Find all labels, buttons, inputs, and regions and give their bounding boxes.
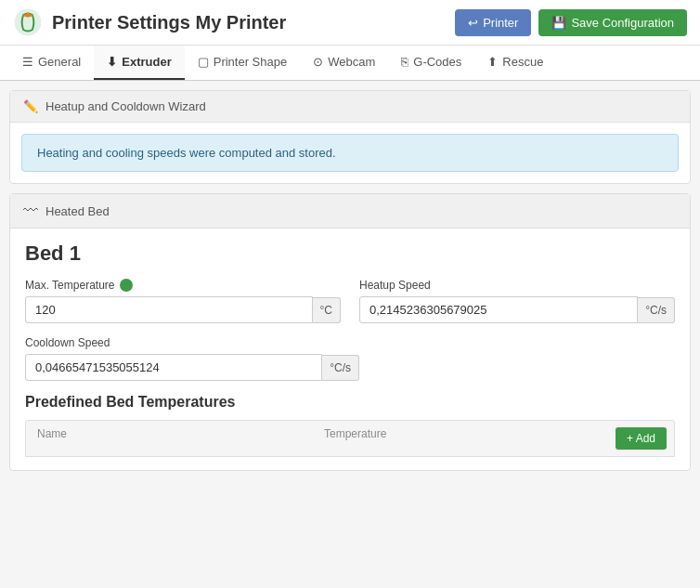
max-temp-label: Max. Temperature [25, 279, 341, 292]
max-temp-input[interactable] [25, 296, 313, 323]
predefined-title: Predefined Bed Temperatures [25, 394, 675, 411]
wizard-section: ✏️ Heatup and Cooldown Wizard Heating an… [9, 90, 691, 184]
wizard-icon: ✏️ [23, 99, 38, 113]
gcodes-icon: ⎘ [401, 55, 408, 69]
col-name: Name [26, 421, 313, 456]
extruder-icon: ⬇ [107, 55, 117, 69]
app-logo [13, 7, 43, 37]
wizard-info-box: Heating and cooling speeds were computed… [21, 134, 679, 172]
printer-button[interactable]: ↩ Printer [455, 9, 531, 36]
heated-bed-content: Bed 1 Max. Temperature °C Heatup Speed °… [10, 229, 690, 470]
save-icon: 💾 [551, 16, 566, 30]
heated-bed-title: Heated Bed [45, 204, 110, 218]
save-configuration-button[interactable]: 💾 Save Configuration [538, 9, 687, 36]
cooldown-speed-input-wrap: °C/s [25, 354, 359, 381]
wizard-section-header: ✏️ Heatup and Cooldown Wizard [10, 91, 690, 123]
wizard-info-message: Heating and cooling speeds were computed… [37, 146, 336, 160]
rescue-icon: ⬆ [487, 55, 498, 69]
header-buttons: ↩ Printer 💾 Save Configuration [455, 9, 687, 36]
header: Printer Settings My Printer ↩ Printer 💾 … [0, 0, 700, 46]
heatup-speed-label: Heatup Speed [359, 279, 675, 292]
printer-shape-icon: ▢ [198, 55, 209, 69]
cooldown-speed-label: Cooldown Speed [25, 336, 359, 349]
max-temp-group: Max. Temperature °C [25, 279, 341, 323]
temp-heatup-row: Max. Temperature °C Heatup Speed °C/s [25, 279, 675, 323]
max-temp-unit: °C [313, 297, 341, 323]
tab-rescue[interactable]: ⬆ Rescue [474, 46, 556, 80]
cooldown-row: Cooldown Speed °C/s [25, 336, 675, 381]
heated-bed-header: 〰 Heated Bed [10, 194, 690, 229]
predefined-table-header: Name Temperature + Add [25, 420, 675, 457]
heatup-speed-unit: °C/s [638, 297, 675, 323]
cooldown-speed-group: Cooldown Speed °C/s [25, 336, 359, 381]
max-temp-input-wrap: °C [25, 296, 341, 323]
wizard-title: Heatup and Cooldown Wizard [45, 99, 206, 113]
webcam-icon: ⊙ [313, 55, 323, 69]
svg-point-1 [26, 13, 31, 18]
general-icon: ☰ [22, 55, 33, 69]
page-title: Printer Settings My Printer [52, 12, 286, 33]
tab-general[interactable]: ☰ General [9, 46, 94, 80]
tab-webcam[interactable]: ⊙ Webcam [300, 46, 388, 80]
add-button[interactable]: + Add [616, 427, 667, 450]
cooldown-speed-unit: °C/s [322, 355, 359, 381]
tab-extruder[interactable]: ⬇ Extruder [94, 46, 184, 80]
col-action: + Add [600, 421, 674, 456]
heated-bed-icon: 〰 [23, 203, 38, 219]
bed-label: Bed 1 [25, 242, 675, 266]
tabs-bar: ☰ General ⬇ Extruder ▢ Printer Shape ⊙ W… [0, 46, 700, 81]
heatup-speed-input-wrap: °C/s [359, 296, 675, 323]
heatup-speed-input[interactable] [359, 296, 638, 323]
cooldown-speed-input[interactable] [25, 354, 322, 381]
tab-gcodes[interactable]: ⎘ G-Codes [388, 46, 474, 80]
max-temp-indicator-icon [120, 279, 133, 292]
printer-icon: ↩ [468, 16, 478, 30]
col-temperature: Temperature [313, 421, 600, 456]
heatup-speed-group: Heatup Speed °C/s [359, 279, 675, 323]
header-left: Printer Settings My Printer [13, 7, 286, 37]
heated-bed-section: 〰 Heated Bed Bed 1 Max. Temperature °C H… [9, 193, 691, 471]
tab-printer-shape[interactable]: ▢ Printer Shape [185, 46, 301, 80]
